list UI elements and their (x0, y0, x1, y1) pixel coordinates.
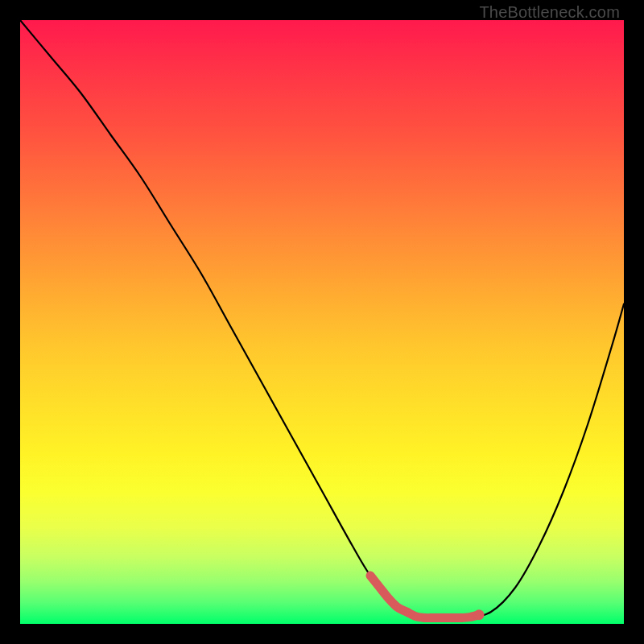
bottleneck-curve (20, 20, 624, 619)
plot-area (20, 20, 624, 624)
highlight-dot (474, 609, 485, 620)
chart-canvas: TheBottleneck.com (0, 0, 644, 644)
watermark-text: TheBottleneck.com (479, 3, 620, 22)
curve-svg (20, 20, 624, 624)
highlight-segment (370, 576, 479, 618)
